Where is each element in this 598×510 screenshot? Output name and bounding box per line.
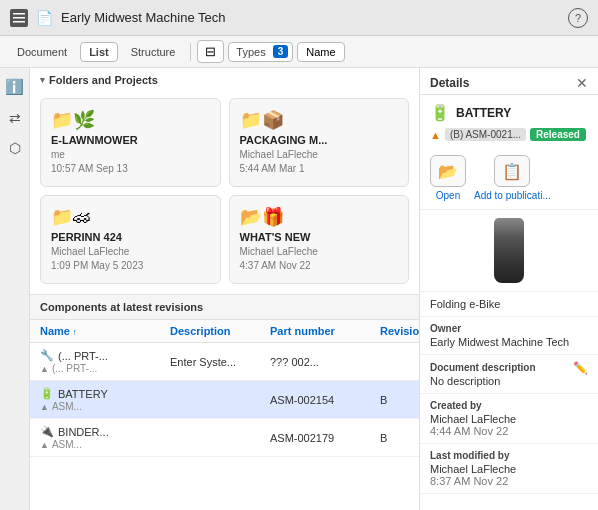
folders-header: ▾ Folders and Projects xyxy=(30,68,419,92)
created-by-value: Michael LaFleche xyxy=(430,413,588,425)
close-button[interactable]: ✕ xyxy=(576,76,588,90)
toolbar: Document List Structure ⊟ Types 3 Name xyxy=(0,36,598,68)
doc-icon: 📄 xyxy=(36,10,53,26)
share-icon[interactable]: ⇄ xyxy=(9,110,21,126)
row-revision: B xyxy=(380,432,420,444)
folder-meta: me 10:57 AM Sep 13 xyxy=(51,148,210,176)
description-value: No description xyxy=(430,375,588,387)
folder-card[interactable]: 📁🏎 PERRINN 424 Michael LaFleche 1:09 PM … xyxy=(40,195,221,284)
document-tab[interactable]: Document xyxy=(8,42,76,62)
row-name: 🔧 (... PRT-... xyxy=(40,349,170,362)
row-sub: ▲ ASM... xyxy=(40,401,170,412)
name-button[interactable]: Name xyxy=(297,42,344,62)
sidebar-toggle-icon[interactable] xyxy=(10,9,28,27)
row-name-cell: 🔧 (... PRT-... ▲ (... PRT-... xyxy=(40,349,170,374)
add-label: Add to publicati... xyxy=(474,190,551,201)
row-part: ??? 002... xyxy=(270,356,380,368)
detail-owner-field: Owner Early Midwest Machine Tech xyxy=(420,317,598,355)
project-value: Folding e-Bike xyxy=(430,298,588,310)
row-part: ASM-002154 xyxy=(270,394,380,406)
description-label: Document description xyxy=(430,362,536,373)
folder-card[interactable]: 📁🌿 E-LAWNMOWER me 10:57 AM Sep 13 xyxy=(40,98,221,187)
folder-card[interactable]: 📂🎁 WHAT'S NEW Michael LaFleche 4:37 AM N… xyxy=(229,195,410,284)
row-part: ASM-002179 xyxy=(270,432,380,444)
modified-by-date: 8:37 AM Nov 22 xyxy=(430,475,588,487)
folder-icon: 📂🎁 xyxy=(240,206,399,228)
folder-name: WHAT'S NEW xyxy=(240,231,399,243)
filter-icon: ⊟ xyxy=(205,44,216,59)
add-to-publication-button[interactable]: 📋 Add to publicati... xyxy=(474,155,551,201)
folder-meta: Michael LaFleche 1:09 PM May 5 2023 xyxy=(51,245,210,273)
topbar: 📄 Early Midwest Machine Tech ? xyxy=(0,0,598,36)
folder-icon: 📁🏎 xyxy=(51,206,210,228)
detail-project-field: Folding e-Bike xyxy=(420,292,598,317)
folder-name: E-LAWNMOWER xyxy=(51,134,210,146)
folder-card[interactable]: 📁📦 PACKAGING M... Michael LaFleche 5:44 … xyxy=(229,98,410,187)
sidebar: ℹ️ ⇄ ⬡ xyxy=(0,68,30,510)
help-button[interactable]: ? xyxy=(568,8,588,28)
thumbnail-image xyxy=(494,218,524,283)
owner-label: Owner xyxy=(430,323,588,334)
col-description[interactable]: Description xyxy=(170,325,270,337)
open-button[interactable]: 📂 Open xyxy=(430,155,466,201)
components-header: Components at latest revisions xyxy=(30,294,419,320)
detail-modified-field: Last modified by Michael LaFleche 8:37 A… xyxy=(420,444,598,494)
edit-icon[interactable]: ✏️ xyxy=(573,361,588,375)
created-by-date: 4:44 AM Nov 22 xyxy=(430,425,588,437)
status-badge: Released xyxy=(530,128,586,141)
col-part-number[interactable]: Part number xyxy=(270,325,380,337)
table-row[interactable]: 🔧 (... PRT-... ▲ (... PRT-... Enter Syst… xyxy=(30,343,419,381)
details-header: Details ✕ xyxy=(420,68,598,95)
folder-meta: Michael LaFleche 4:37 AM Nov 22 xyxy=(240,245,399,273)
row-sub: ▲ (... PRT-... xyxy=(40,363,170,374)
details-panel: Details ✕ 🔋 BATTERY ▲ (B) ASM-0021... Re… xyxy=(420,68,598,510)
main-layout: ℹ️ ⇄ ⬡ ▾ Folders and Projects 📁🌿 E-LAWNM… xyxy=(0,68,598,510)
folders-grid: 📁🌿 E-LAWNMOWER me 10:57 AM Sep 13 📁📦 PAC… xyxy=(30,92,419,294)
col-name[interactable]: Name xyxy=(40,325,170,337)
table-header: Name Description Part number Revision xyxy=(30,320,419,343)
types-label: Types xyxy=(229,43,272,61)
folder-name: PACKAGING M... xyxy=(240,134,399,146)
warning-icon: ▲ xyxy=(40,402,49,412)
table-row[interactable]: 🔋 BATTERY ▲ ASM... ASM-002154 B xyxy=(30,381,419,419)
warning-icon: ▲ xyxy=(40,440,49,450)
warning-icon: ▲ xyxy=(40,364,49,374)
detail-created-field: Created by Michael LaFleche 4:44 AM Nov … xyxy=(420,394,598,444)
add-icon: 📋 xyxy=(494,155,530,187)
divider xyxy=(190,43,191,61)
types-filter[interactable]: Types 3 xyxy=(228,42,293,62)
left-panel: ▾ Folders and Projects 📁🌿 E-LAWNMOWER me… xyxy=(30,68,420,510)
col-revision[interactable]: Revision xyxy=(380,325,420,337)
modified-by-label: Last modified by xyxy=(430,450,588,461)
row-revision: B xyxy=(380,394,420,406)
open-label: Open xyxy=(436,190,460,201)
folder-name: PERRINN 424 xyxy=(51,231,210,243)
row-type-icon: 🔌 xyxy=(40,425,54,438)
detail-item-icon: 🔋 xyxy=(430,103,450,122)
row-description: Enter Syste... xyxy=(170,356,270,368)
list-tab[interactable]: List xyxy=(80,42,118,62)
owner-value: Early Midwest Machine Tech xyxy=(430,336,588,348)
app-title: Early Midwest Machine Tech xyxy=(61,10,560,25)
detail-item-name-row: 🔋 BATTERY xyxy=(420,95,598,126)
folder-icon: 📁🌿 xyxy=(51,109,210,131)
table-row[interactable]: 🔌 BINDER... ▲ ASM... ASM-002179 B xyxy=(30,419,419,457)
folder-icon: 📁📦 xyxy=(240,109,399,131)
left-section: ℹ️ ⇄ ⬡ ▾ Folders and Projects 📁🌿 E-LAWNM… xyxy=(0,68,420,510)
detail-tag-row: ▲ (B) ASM-0021... Released xyxy=(420,126,598,147)
info-icon[interactable]: ℹ️ xyxy=(5,78,24,96)
chevron-down-icon: ▾ xyxy=(40,75,45,85)
types-count: 3 xyxy=(273,45,289,58)
row-name-cell: 🔋 BATTERY ▲ ASM... xyxy=(40,387,170,412)
folder-meta: Michael LaFleche 5:44 AM Mar 1 xyxy=(240,148,399,176)
modified-by-value: Michael LaFleche xyxy=(430,463,588,475)
filter-button[interactable]: ⊟ xyxy=(197,40,224,63)
row-type-icon: 🔋 xyxy=(40,387,54,400)
structure-tab[interactable]: Structure xyxy=(122,42,185,62)
open-icon: 📂 xyxy=(430,155,466,187)
3d-icon[interactable]: ⬡ xyxy=(9,140,21,156)
details-body: 🔋 BATTERY ▲ (B) ASM-0021... Released 📂 O… xyxy=(420,95,598,510)
svg-rect-0 xyxy=(13,13,25,15)
svg-rect-2 xyxy=(13,21,25,23)
row-name-cell: 🔌 BINDER... ▲ ASM... xyxy=(40,425,170,450)
